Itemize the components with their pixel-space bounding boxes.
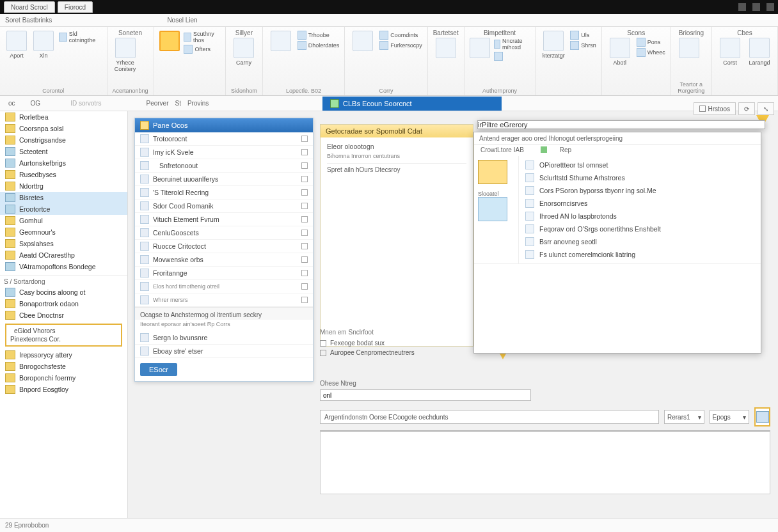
checkbox-icon[interactable] xyxy=(301,176,308,182)
task-item[interactable]: Imy icK Svele xyxy=(135,146,313,159)
ribbon-small-button[interactable]: Coomdints xyxy=(379,31,422,40)
task-item[interactable]: Movwenske orbs xyxy=(135,253,313,267)
task-item[interactable]: Sdor Cood Romanik xyxy=(135,199,313,213)
checkbox-icon[interactable] xyxy=(301,203,308,209)
ribbon-button[interactable] xyxy=(350,31,376,52)
dialog-option[interactable]: Enorsorncisrves xyxy=(519,197,761,210)
title-tab-1[interactable]: Noard Scrocl xyxy=(4,1,55,13)
history-button[interactable]: Hrstoos xyxy=(694,102,736,115)
ribbon-small-button[interactable]: Uls xyxy=(570,31,596,40)
checkbox-icon[interactable] xyxy=(301,230,308,236)
dialog-tab[interactable]: irPiltre eGrerory xyxy=(477,120,765,129)
ribbon-button[interactable] xyxy=(676,38,702,59)
task-item[interactable]: Snfretonoout xyxy=(135,159,313,173)
checkbox-icon[interactable] xyxy=(301,297,308,303)
minimize-icon[interactable] xyxy=(738,3,746,11)
nav-item[interactable]: Ndorttrg xyxy=(0,180,127,192)
nav-item[interactable]: Bisretes xyxy=(0,192,127,203)
nav-item[interactable]: Irepssorycy attery xyxy=(0,349,127,361)
ts-left-2[interactable]: OG xyxy=(26,98,45,108)
ts-mid-2[interactable]: Peorver xyxy=(146,100,168,107)
ribbon-small-button[interactable]: Wheec xyxy=(637,48,665,57)
dialog-option[interactable]: Feqorav ord O'Srgs oonertithns Enshbelt xyxy=(519,223,761,235)
save-button[interactable]: ESocr xyxy=(140,363,177,376)
ribbon-button[interactable] xyxy=(268,31,294,52)
nav-item[interactable]: Geomnour's xyxy=(0,226,127,238)
ribbon-button[interactable]: Yrhece Conitery xyxy=(113,38,138,72)
task-item[interactable]: 'S Titerolcl Recring xyxy=(135,186,313,199)
nav-item[interactable]: Gomhul xyxy=(0,215,127,226)
checkbox-icon[interactable] xyxy=(301,136,308,142)
ribbon-small-button[interactable]: Dholerdates xyxy=(298,41,340,50)
checkbox-icon[interactable] xyxy=(301,256,308,263)
task-item[interactable]: CenluGooscets xyxy=(135,226,313,240)
nav-item[interactable]: VAtramopoftons Bondege xyxy=(0,261,127,272)
nav-item[interactable]: Rorletbea xyxy=(0,111,127,123)
refresh-button[interactable]: ⟳ xyxy=(738,102,755,115)
ribbon-button[interactable]: Xln xyxy=(32,31,55,59)
ribbon-button[interactable]: kterzatgr xyxy=(541,31,566,59)
dialog-option[interactable]: Ihroed AN lo laspbrotonds xyxy=(519,210,761,223)
task-item[interactable]: Beoruinet uuoanlferys xyxy=(135,173,313,186)
nav-item[interactable]: Bonaportrork odaon xyxy=(0,298,127,309)
task-item[interactable]: Vituch Etement Fvrum xyxy=(135,213,313,226)
nav-item[interactable]: Bnrogochsfeste xyxy=(0,361,127,372)
task-item[interactable]: Trotoorocnt xyxy=(135,132,313,146)
menu-item-2[interactable]: Nosel Lien xyxy=(167,17,197,24)
dialog-option[interactable]: Bsrr anovneg seotll xyxy=(519,235,761,248)
task-item[interactable]: Whrer mersrs xyxy=(135,293,313,307)
category-icon-2[interactable] xyxy=(478,197,507,221)
nav-item[interactable]: Rusedbyses xyxy=(0,169,127,180)
ribbon-button[interactable]: Abotl xyxy=(607,38,633,66)
task-item[interactable]: Ruocce Critoctoct xyxy=(135,240,313,253)
nav-item[interactable]: Constrigsandse xyxy=(0,134,127,146)
ribbon-button[interactable]: Aport xyxy=(5,31,28,59)
select-2[interactable]: Epogs▾ xyxy=(710,410,750,424)
task-action-1[interactable]: Sergn lo bvunsnre xyxy=(135,331,313,345)
ribbon-small-button[interactable]: Ofters xyxy=(184,45,220,54)
nav-item[interactable]: Sxpslahses xyxy=(0,238,127,249)
checkbox-icon[interactable] xyxy=(301,283,308,290)
ribbon-small-button[interactable]: Furkersocpy xyxy=(379,41,422,50)
ts-mid-4[interactable]: Provins xyxy=(187,100,209,107)
dialog-option[interactable]: Fs ulunct comerelmcionk liatring xyxy=(519,248,761,261)
ribbon-small-button[interactable]: Trhoobe xyxy=(298,31,340,40)
ribbon-button[interactable]: Corst xyxy=(717,38,743,66)
dialog-option[interactable]: Cors PSoron byporss tbyonr ing sol.Me xyxy=(519,184,761,197)
expand-button[interactable]: ⤡ xyxy=(758,102,774,115)
nav-item[interactable]: Cbee Dnoctnsr xyxy=(0,309,127,321)
option-row-1[interactable]: Fexeoge bodat sux xyxy=(320,338,473,348)
nav-item[interactable]: Scteotent xyxy=(0,146,127,157)
select-1[interactable]: Rerars1▾ xyxy=(664,410,704,424)
ribbon-small-button[interactable]: Nncrate mihoxd xyxy=(494,38,530,51)
task-item[interactable]: Elos hord timothenig otreil xyxy=(135,280,313,293)
ribbon-small-button[interactable] xyxy=(494,52,530,61)
title-tab-2[interactable]: Fiorocd xyxy=(58,1,93,13)
expression-field[interactable]: Argentindonstn Oorse ECoogote oechdunts xyxy=(320,410,659,424)
ribbon-small-button[interactable]: Sld cotningthe xyxy=(59,31,102,43)
option-row-2[interactable]: Auropee Cenpromectneutrers xyxy=(320,348,473,357)
nav-item[interactable]: Bnpord Eosgtloy xyxy=(0,384,127,395)
nav-item[interactable]: Aeatd OCrarestlhp xyxy=(0,249,127,261)
ribbon-button[interactable]: Carny xyxy=(231,38,257,66)
task-item[interactable]: Froritannge xyxy=(135,267,313,280)
form-input[interactable] xyxy=(320,389,531,401)
ribbon-small-button[interactable]: Shrsn xyxy=(570,41,596,50)
checkbox-icon[interactable] xyxy=(320,350,326,356)
ribbon-button[interactable] xyxy=(159,31,180,52)
menu-item-1[interactable]: Soret Bastbrinks xyxy=(5,17,52,24)
task-action-2[interactable]: Eboay stre' etser xyxy=(135,345,313,358)
ribbon-small-button[interactable]: Scuthny thos xyxy=(184,31,220,43)
ribbon-small-button[interactable]: Pons xyxy=(637,38,665,47)
ribbon-button[interactable] xyxy=(433,38,459,59)
close-icon[interactable] xyxy=(766,3,774,11)
nav-item[interactable]: Coorsnpa solsl xyxy=(0,123,127,134)
nav-item[interactable]: Aurtonskefbrigs xyxy=(0,157,127,169)
maximize-icon[interactable] xyxy=(752,3,760,11)
checkbox-icon[interactable] xyxy=(301,216,308,223)
ts-mid-3[interactable]: St xyxy=(175,100,180,107)
ribbon-button[interactable] xyxy=(470,38,490,59)
thumbnail-button[interactable] xyxy=(754,407,770,426)
output-grid[interactable] xyxy=(320,430,770,494)
category-icon-1[interactable] xyxy=(478,160,507,184)
